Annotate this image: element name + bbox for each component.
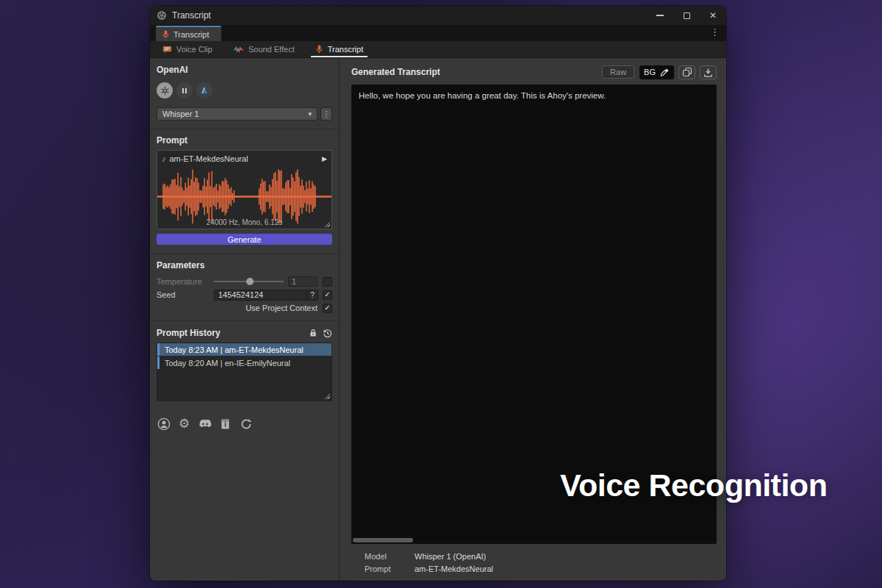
tab-label: Transcript	[328, 45, 364, 54]
window-title: Transcript	[172, 10, 211, 21]
chevron-down-icon: ▾	[308, 110, 312, 118]
model-dropdown[interactable]: Whisper 1 ▾	[157, 107, 318, 121]
history-section-title: Prompt History	[157, 328, 220, 338]
download-icon	[703, 68, 713, 77]
microphone-icon	[315, 44, 323, 54]
meta-label: Model	[365, 552, 415, 561]
seed-input[interactable]: 1454524124	[214, 290, 318, 301]
provider-section-title: OpenAI	[157, 65, 332, 75]
azure-logo-icon	[200, 87, 209, 94]
dock-tab-bar: Transcript ⋮	[150, 25, 726, 41]
divider	[150, 254, 339, 254]
history-icon[interactable]	[323, 329, 332, 338]
tab-label: Voice Clip	[176, 45, 212, 54]
app-icon	[157, 10, 167, 21]
voice-clip-icon	[162, 46, 172, 54]
desktop-background: Transcript ✕ Transcript ⋮ V	[0, 0, 882, 588]
video-caption: Voice Recognition	[560, 467, 827, 503]
history-item[interactable]: Today 8:23 AM | am-ET-MekdesNeural	[157, 343, 331, 356]
play-button[interactable]: ▶	[322, 155, 327, 162]
temperature-label: Temperature	[157, 277, 214, 286]
meta-value: am-ET-MekdesNeural	[415, 564, 493, 573]
sound-effect-icon	[233, 46, 244, 54]
openai-logo-icon	[160, 86, 170, 96]
provider-azure-button[interactable]	[196, 82, 212, 98]
settings-panel: OpenAI	[150, 58, 340, 581]
tab-sound-effect[interactable]: Sound Effect	[226, 41, 301, 57]
copy-button[interactable]	[678, 65, 695, 79]
microphone-icon	[162, 29, 170, 40]
resize-grip-icon[interactable]	[325, 394, 330, 399]
meta-label: Prompt	[365, 564, 415, 573]
transcript-text: Hello, we hope you are having a great da…	[359, 91, 606, 100]
history-list: Today 8:23 AM | am-ET-MekdesNeuralToday …	[157, 343, 332, 401]
settings-gear-button[interactable]: ⚙	[177, 417, 191, 431]
seed-label: Seed	[157, 290, 214, 299]
tab-voice-clip[interactable]: Voice Clip	[156, 41, 219, 57]
provider-elevenlabs-button[interactable]	[176, 82, 193, 98]
seed-checkbox[interactable]: ✓	[323, 290, 332, 300]
prompt-section-title: Prompt	[157, 135, 332, 146]
horizontal-scrollbar[interactable]	[353, 538, 413, 542]
music-note-icon: ♪	[162, 154, 166, 163]
temperature-value-field[interactable]: 1	[288, 276, 318, 287]
discord-button[interactable]	[198, 417, 212, 431]
transcript-section-title: Generated Transcript	[351, 67, 440, 77]
minimize-icon	[656, 15, 664, 16]
raw-toggle-button[interactable]: Raw	[602, 65, 634, 79]
close-button[interactable]: ✕	[700, 6, 726, 25]
temperature-checkbox[interactable]	[323, 277, 332, 287]
minimize-button[interactable]	[647, 6, 673, 25]
prompt-audio-field[interactable]: ♪ am-ET-MekdesNeural ▶ 24000 Hz, Mono, 6…	[157, 150, 332, 229]
tab-transcript[interactable]: Transcript	[309, 41, 370, 57]
dock-tab-transcript[interactable]: Transcript	[156, 26, 221, 41]
eyedropper-icon	[660, 68, 670, 77]
generation-metadata: Model Whisper 1 (OpenAI) Prompt am-ET-Me…	[340, 547, 726, 581]
account-button[interactable]	[157, 417, 171, 431]
maximize-icon	[684, 12, 690, 19]
slider-knob[interactable]	[246, 278, 254, 285]
meta-value: Whisper 1 (OpenAI)	[415, 552, 486, 561]
resize-grip-icon[interactable]	[325, 222, 330, 227]
dock-menu-button[interactable]: ⋮	[710, 26, 720, 37]
provider-openai-button[interactable]	[157, 82, 173, 98]
bg-label: BG	[644, 68, 656, 76]
seed-help-button[interactable]: ?	[306, 290, 318, 301]
documentation-button[interactable]	[218, 417, 232, 431]
provider-selector	[157, 82, 332, 98]
divider	[150, 129, 339, 129]
model-menu-button[interactable]: ⋮	[320, 107, 332, 121]
footer-toolbar: ⚙	[157, 417, 332, 431]
copy-icon	[682, 67, 692, 77]
refresh-button[interactable]	[239, 417, 253, 431]
model-dropdown-value: Whisper 1	[162, 110, 199, 118]
use-project-context-label: Use Project Context	[245, 304, 318, 312]
temperature-slider[interactable]	[214, 278, 284, 285]
parameters-section-title: Parameters	[157, 260, 332, 270]
download-button[interactable]	[700, 65, 717, 79]
history-item[interactable]: Today 8:20 AM | en-IE-EmilyNeural	[157, 356, 331, 369]
background-color-control[interactable]: BG	[639, 65, 674, 79]
tab-strip: Voice Clip Sound Effect Transcript	[150, 41, 726, 58]
use-project-context-checkbox[interactable]: ✓	[323, 304, 332, 313]
titlebar[interactable]: Transcript ✕	[150, 6, 726, 25]
maximize-button[interactable]	[673, 6, 700, 25]
lock-icon[interactable]	[309, 329, 318, 337]
divider	[150, 320, 339, 321]
tab-label: Sound Effect	[248, 45, 295, 54]
clip-info: 24000 Hz, Mono, 6.12s	[157, 218, 331, 226]
elevenlabs-logo-icon	[182, 88, 186, 93]
prompt-clip-name: am-ET-MekdesNeural	[170, 154, 248, 163]
dock-tab-label: Transcript	[173, 30, 209, 39]
generate-button[interactable]: Generate	[157, 234, 332, 245]
